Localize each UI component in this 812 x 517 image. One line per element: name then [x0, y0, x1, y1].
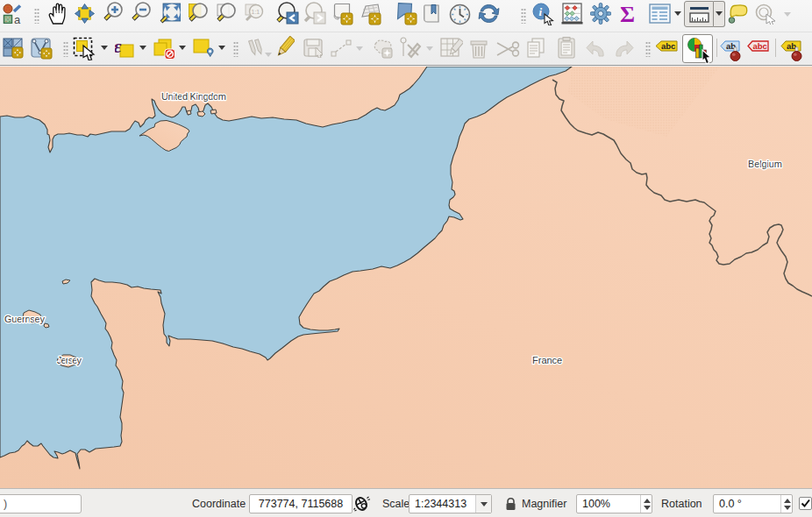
svg-text:Belgium: Belgium	[748, 159, 782, 169]
svg-text:Σ: Σ	[620, 3, 635, 25]
svg-text:abc: abc	[753, 41, 767, 51]
svg-text:Jersey: Jersey	[57, 355, 82, 365]
svg-text:ε: ε	[115, 38, 122, 57]
svg-text:1:1: 1:1	[252, 9, 260, 15]
svg-text:i: i	[539, 5, 543, 18]
svg-text:ab: ab	[787, 41, 796, 51]
svg-text:France: France	[532, 355, 562, 365]
svg-text:a: a	[14, 13, 21, 24]
svg-text:Guernsey: Guernsey	[4, 314, 46, 324]
svg-text:abc: abc	[661, 41, 675, 51]
svg-text:United Kingdom: United Kingdom	[161, 91, 226, 102]
